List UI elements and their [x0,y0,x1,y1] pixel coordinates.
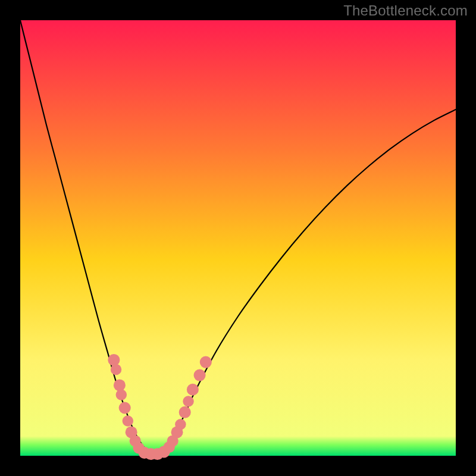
curve-marker [111,364,121,375]
curve-marker [194,369,206,381]
curve-marker [108,354,120,366]
curve-marker [119,402,131,414]
curve-marker [200,356,212,368]
curve-marker [183,396,193,406]
curve-marker [114,379,126,391]
curve-marker [179,406,191,418]
curve-marker [187,384,199,396]
chart-frame: TheBottleneck.com [0,0,476,476]
plot-background [20,20,456,456]
curve-marker [116,389,127,400]
curve-marker [175,419,186,430]
curve-marker [123,415,133,426]
bottleneck-chart [0,0,476,476]
watermark-text: TheBottleneck.com [343,2,468,19]
